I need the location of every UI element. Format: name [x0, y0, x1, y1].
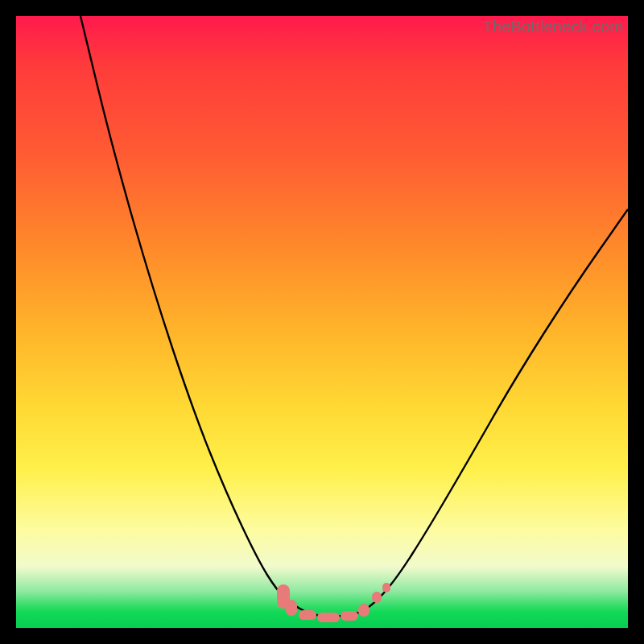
valley-marker — [317, 613, 340, 622]
right-curve — [362, 209, 628, 612]
valley-marker — [341, 611, 358, 621]
valley-marker — [286, 600, 297, 616]
valley-marker — [382, 583, 390, 592]
curve-layer — [16, 16, 628, 628]
chart-frame: TheBottleneck.com — [16, 16, 628, 628]
valley-marker — [299, 610, 316, 620]
watermark-text: TheBottleneck.com — [482, 18, 623, 36]
valley-marker — [358, 604, 369, 617]
valley-marker — [372, 592, 382, 603]
left-curve — [80, 16, 306, 612]
